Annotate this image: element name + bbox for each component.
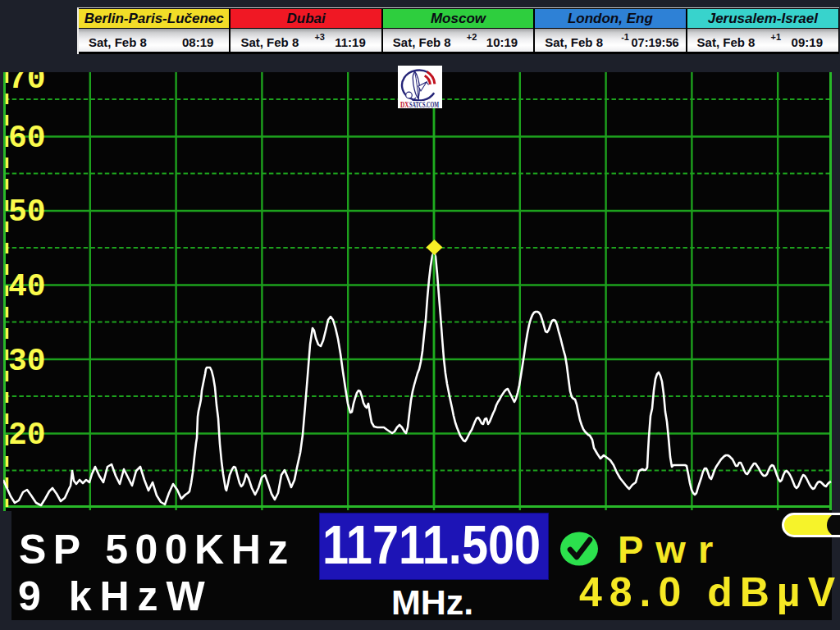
svg-text:DX: DX <box>400 101 409 109</box>
svg-text:SATCS.COM: SATCS.COM <box>409 101 439 109</box>
